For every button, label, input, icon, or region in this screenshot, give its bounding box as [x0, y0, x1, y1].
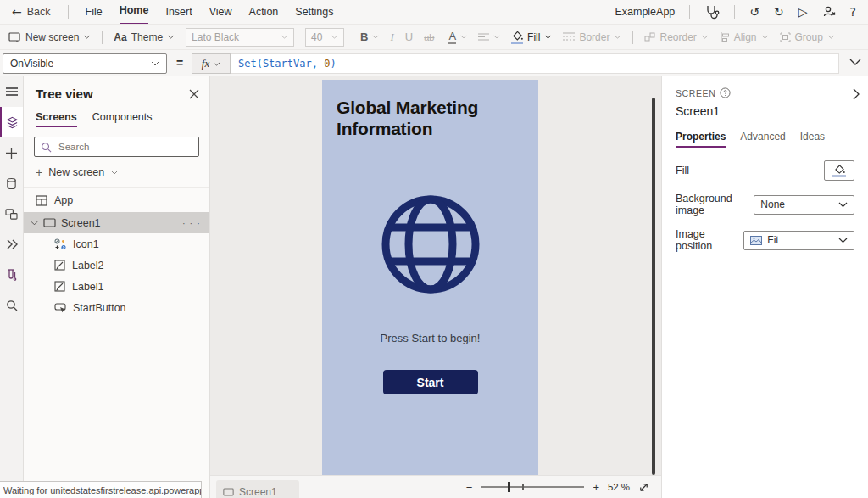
- zoom-slider-handle[interactable]: [508, 482, 510, 492]
- zoom-slider[interactable]: [481, 486, 584, 488]
- tree-item-icon1[interactable]: Icon1: [24, 233, 209, 255]
- fill-color-button[interactable]: [824, 160, 854, 181]
- search-input[interactable]: [57, 141, 187, 153]
- theme-button[interactable]: Aa Theme: [114, 31, 175, 43]
- reorder-icon: [644, 32, 655, 42]
- tree-item-label: StartButton: [73, 302, 126, 314]
- insert-plus-icon[interactable]: [0, 137, 23, 168]
- menu-insert[interactable]: Insert: [165, 0, 192, 24]
- reorder-button[interactable]: Reorder: [644, 31, 708, 43]
- toolbar-divider: [632, 31, 633, 44]
- fill-property-label: Fill: [676, 165, 689, 176]
- image-position-select[interactable]: Fit: [743, 231, 854, 250]
- menu-settings[interactable]: Settings: [295, 0, 333, 24]
- border-icon: [563, 32, 575, 42]
- tree-item-label: Icon1: [73, 238, 99, 250]
- percent-sign: %: [621, 482, 630, 492]
- new-screen-label: New screen: [25, 31, 79, 43]
- collapse-panel-icon[interactable]: [853, 88, 860, 100]
- font-size-value: 40: [311, 31, 322, 43]
- menu-home[interactable]: Home: [120, 0, 149, 25]
- fill-bucket-icon: [834, 165, 845, 174]
- close-icon[interactable]: [189, 89, 199, 99]
- tab-advanced[interactable]: Advanced: [740, 131, 785, 148]
- redo-icon[interactable]: ↻: [774, 5, 784, 19]
- tab-properties[interactable]: Properties: [676, 131, 726, 148]
- border-button[interactable]: Border: [563, 31, 621, 43]
- group-icon: [780, 32, 791, 42]
- font-color-button[interactable]: A: [448, 31, 467, 44]
- zoom-in-button[interactable]: +: [593, 481, 599, 494]
- italic-button[interactable]: I: [390, 31, 393, 44]
- canvas-subtitle-label[interactable]: Press Start to begin!: [322, 332, 538, 344]
- hamburger-menu-icon[interactable]: [0, 76, 23, 107]
- tree-item-startbutton[interactable]: StartButton: [24, 297, 209, 318]
- tree-item-label1[interactable]: Label1: [24, 276, 209, 297]
- background-image-select[interactable]: None: [754, 195, 854, 215]
- menu-view[interactable]: View: [209, 0, 232, 24]
- new-screen-tree-button[interactable]: + New screen: [24, 157, 209, 186]
- start-button[interactable]: Start: [383, 370, 478, 394]
- search-icon: [41, 142, 52, 153]
- fx-icon: fx: [202, 57, 209, 70]
- back-button[interactable]: ← Back: [12, 5, 51, 19]
- more-options-icon[interactable]: · · ·: [182, 218, 209, 228]
- reorder-label: Reorder: [659, 31, 696, 43]
- text-align-button[interactable]: [478, 33, 500, 42]
- new-screen-button[interactable]: New screen: [8, 31, 91, 43]
- align-button[interactable]: Align: [720, 31, 769, 43]
- chevron-down-icon: [83, 35, 91, 39]
- group-button[interactable]: Group: [780, 31, 835, 43]
- canvas-title-label[interactable]: Global Marketing Information: [337, 98, 525, 140]
- tab-ideas[interactable]: Ideas: [800, 131, 825, 148]
- fx-button[interactable]: fx: [192, 53, 231, 74]
- screen-breadcrumb[interactable]: Screen1: [216, 480, 299, 498]
- property-select[interactable]: OnVisible: [3, 53, 167, 74]
- app-canvas-screen1[interactable]: Global Marketing Information Press Start…: [322, 80, 538, 475]
- chevron-down-icon: [827, 35, 835, 39]
- selected-type-label: SCREEN: [676, 88, 715, 98]
- left-rail: [0, 76, 24, 498]
- fill-bucket-icon: [511, 31, 523, 44]
- fit-to-window-icon[interactable]: [638, 482, 649, 493]
- power-automate-icon[interactable]: [0, 229, 23, 260]
- formula-input[interactable]: Set(StartVar, 0): [231, 53, 839, 74]
- zoom-percentage: 52 %: [608, 482, 630, 492]
- chevron-down-icon: [31, 221, 38, 226]
- play-preview-icon[interactable]: ▷: [798, 5, 808, 19]
- tree-view-icon[interactable]: [0, 107, 23, 137]
- tab-components[interactable]: Components: [92, 111, 153, 127]
- formula-number-segment: 0: [324, 58, 330, 70]
- help-icon[interactable]: ?: [850, 5, 856, 19]
- search-rail-icon[interactable]: [0, 290, 23, 321]
- menu-file[interactable]: File: [86, 0, 103, 24]
- chevron-down-icon: [701, 35, 709, 39]
- font-family-select[interactable]: Lato Black: [186, 28, 294, 47]
- help-circle-icon[interactable]: [720, 87, 731, 98]
- chevron-down-icon: [493, 35, 500, 39]
- tests-icon[interactable]: [0, 260, 23, 290]
- app-checker-icon[interactable]: [704, 4, 720, 20]
- strikethrough-button[interactable]: ab: [424, 32, 434, 42]
- tree-item-screen1[interactable]: Screen1 · · ·: [24, 212, 209, 233]
- tree-item-app[interactable]: App: [24, 188, 209, 212]
- font-size-select[interactable]: 40: [305, 28, 344, 47]
- bold-button[interactable]: B: [360, 31, 379, 43]
- menu-action[interactable]: Action: [249, 0, 279, 24]
- tab-screens[interactable]: Screens: [36, 111, 77, 127]
- data-sources-icon[interactable]: [0, 168, 23, 199]
- background-image-label: Background image: [676, 193, 754, 216]
- new-screen-icon: [8, 32, 21, 42]
- underline-button[interactable]: U: [405, 31, 413, 43]
- canvas-scrollbar[interactable]: [652, 98, 655, 475]
- globe-icon[interactable]: [379, 193, 482, 296]
- new-screen-tree-label: New screen: [48, 166, 104, 178]
- zoom-out-button[interactable]: −: [466, 481, 473, 494]
- undo-icon[interactable]: ↺: [749, 5, 760, 19]
- tree-item-label2[interactable]: Label2: [24, 255, 209, 276]
- fill-button[interactable]: Fill: [511, 31, 552, 44]
- zoom-value: 52: [608, 482, 619, 492]
- formula-expand-button[interactable]: [849, 59, 861, 65]
- media-icon[interactable]: [0, 199, 23, 229]
- share-user-icon[interactable]: [822, 5, 836, 19]
